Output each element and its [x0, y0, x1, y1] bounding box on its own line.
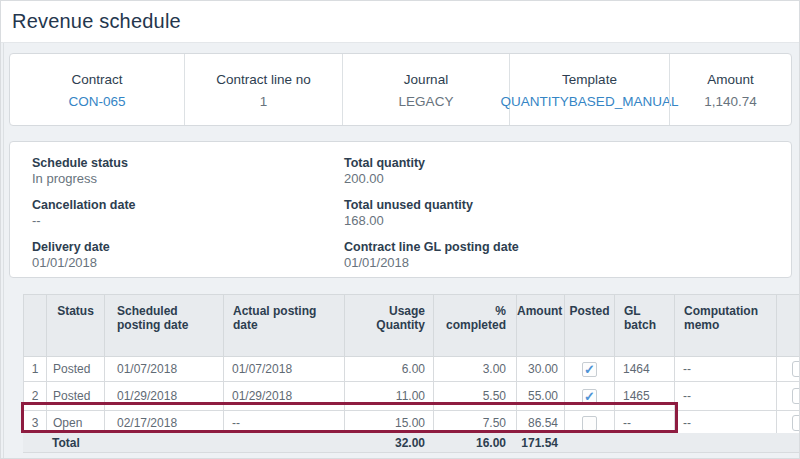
title-bar: Revenue schedule: [1, 1, 800, 43]
page-title: Revenue schedule: [1, 1, 800, 33]
actual-date-cell: --: [224, 411, 345, 436]
posted-checkbox-unchecked[interactable]: [582, 416, 597, 431]
col-pct-completed[interactable]: % completed: [434, 295, 517, 357]
template-label: Template: [562, 72, 617, 87]
status-cell: Open: [47, 411, 105, 436]
field-contract-line-gl-posting-date: Contract line GL posting date 01/01/2018: [344, 239, 519, 271]
schedule-status-label: Schedule status: [32, 155, 136, 171]
scheduled-date-cell: 02/17/2018: [105, 411, 224, 436]
status-cell: Posted: [47, 357, 105, 382]
contract-link[interactable]: CON-065: [68, 94, 125, 109]
usage-qty-cell: 11.00: [345, 382, 434, 411]
posted-cell: ✓: [565, 382, 615, 411]
summary-field-journal: Journal LEGACY: [342, 54, 509, 125]
usage-qty-cell: 15.00: [345, 411, 434, 436]
total-amount: 171.54: [516, 436, 564, 450]
col-scheduled-posting-date[interactable]: Scheduled posting date: [105, 295, 224, 357]
gl-batch-link[interactable]: 1464: [615, 357, 675, 382]
actual-date-cell: 01/07/2018: [224, 357, 345, 382]
content-left-edge: [3, 1, 4, 459]
amount-cell: 86.54: [517, 411, 565, 436]
field-cancellation-date: Cancellation date --: [32, 197, 136, 229]
delivery-date-value: 01/01/2018: [32, 255, 136, 271]
journal-label: Journal: [404, 72, 448, 87]
summary-field-amount: Amount 1,140.74: [669, 54, 791, 125]
cancellation-date-label: Cancellation date: [32, 197, 136, 213]
cancellation-date-value: --: [32, 213, 136, 229]
posted-checkbox-checked[interactable]: ✓: [582, 362, 597, 377]
posted-cell: [565, 411, 615, 436]
contract-line-no-label: Contract line no: [216, 72, 311, 87]
cut-off-cell: [777, 382, 800, 411]
summary-field-contract: Contract CON-065: [10, 54, 184, 125]
field-total-quantity: Total quantity 200.00: [344, 155, 519, 187]
row-number: 3: [24, 411, 47, 436]
table-header-row: Status Scheduled posting date Actual pos…: [24, 295, 800, 357]
total-unused-quantity-label: Total unused quantity: [344, 197, 519, 213]
total-quantity-value: 200.00: [344, 171, 519, 187]
gl-batch-cell: --: [615, 411, 675, 436]
details-left-column: Schedule status In progress Cancellation…: [32, 155, 136, 281]
col-posted[interactable]: Posted: [565, 295, 615, 357]
schedule-status-value: In progress: [32, 171, 136, 187]
amount-label: Amount: [707, 72, 754, 87]
contract-line-gl-posting-date-value: 01/01/2018: [344, 255, 519, 271]
summary-field-template: Template QUANTITYBASED_MANUAL: [509, 54, 669, 125]
summary-card: Contract CON-065 Contract line no 1 Jour…: [9, 53, 792, 126]
row-number: 1: [24, 357, 47, 382]
pct-completed-cell: 7.50: [434, 411, 517, 436]
field-schedule-status: Schedule status In progress: [32, 155, 136, 187]
col-computation-memo[interactable]: Computation memo: [675, 295, 777, 357]
table-total-row: Total 32.00 16.00 171.54: [23, 433, 800, 453]
cut-off-cell: [777, 411, 800, 436]
total-unused-quantity-value: 168.00: [344, 213, 519, 229]
field-total-unused-quantity: Total unused quantity 168.00: [344, 197, 519, 229]
field-delivery-date: Delivery date 01/01/2018: [32, 239, 136, 271]
col-status[interactable]: Status: [47, 295, 105, 357]
usage-qty-cell: 6.00: [345, 357, 434, 382]
details-right-column: Total quantity 200.00 Total unused quant…: [344, 155, 519, 281]
total-quantity-label: Total quantity: [344, 155, 519, 171]
contract-label: Contract: [71, 72, 122, 87]
row-action-button[interactable]: [792, 388, 800, 404]
gl-batch-link[interactable]: 1465: [615, 382, 675, 411]
pct-completed-cell: 5.50: [434, 382, 517, 411]
actual-date-cell: 01/29/2018: [224, 382, 345, 411]
amount-value: 1,140.74: [704, 94, 757, 109]
total-usage-qty: 32.00: [204, 436, 433, 450]
schedule-table: Status Scheduled posting date Actual pos…: [23, 294, 800, 436]
col-actual-posting-date[interactable]: Actual posting date: [224, 295, 345, 357]
journal-value: LEGACY: [399, 94, 454, 109]
row-number: 2: [24, 382, 47, 411]
col-gl-batch[interactable]: GL batch: [615, 295, 675, 357]
row-action-button[interactable]: [792, 361, 800, 377]
summary-field-contract-line-no: Contract line no 1: [184, 54, 342, 125]
details-card: Schedule status In progress Cancellation…: [9, 141, 792, 278]
pct-completed-cell: 3.00: [434, 357, 517, 382]
amount-cell: 30.00: [517, 357, 565, 382]
col-cut-off: [777, 295, 800, 357]
template-link[interactable]: QUANTITYBASED_MANUAL: [501, 94, 679, 109]
cut-off-cell: [777, 357, 800, 382]
table-row-highlighted[interactable]: 3 Open 02/17/2018 -- 15.00 7.50 86.54 --…: [24, 411, 800, 436]
scheduled-date-cell: 01/29/2018: [105, 382, 224, 411]
total-label: Total: [23, 436, 204, 450]
scheduled-date-cell: 01/07/2018: [105, 357, 224, 382]
memo-cell: --: [675, 357, 777, 382]
posted-cell: ✓: [565, 357, 615, 382]
contract-line-gl-posting-date-label: Contract line GL posting date: [344, 239, 519, 255]
col-usage-quantity[interactable]: Usage Quantity: [345, 295, 434, 357]
amount-cell: 55.00: [517, 382, 565, 411]
col-amount[interactable]: Amount: [517, 295, 565, 357]
revenue-schedule-page: Revenue schedule Contract CON-065 Contra…: [0, 0, 800, 459]
table-row[interactable]: 1 Posted 01/07/2018 01/07/2018 6.00 3.00…: [24, 357, 800, 382]
col-rownum: [24, 295, 47, 357]
memo-cell: --: [675, 411, 777, 436]
status-cell: Posted: [47, 382, 105, 411]
posted-checkbox-checked[interactable]: ✓: [582, 389, 597, 404]
row-action-button[interactable]: [792, 415, 800, 431]
table-row[interactable]: 2 Posted 01/29/2018 01/29/2018 11.00 5.5…: [24, 382, 800, 411]
delivery-date-label: Delivery date: [32, 239, 136, 255]
memo-cell: --: [675, 382, 777, 411]
total-pct-completed: 16.00: [433, 436, 516, 450]
